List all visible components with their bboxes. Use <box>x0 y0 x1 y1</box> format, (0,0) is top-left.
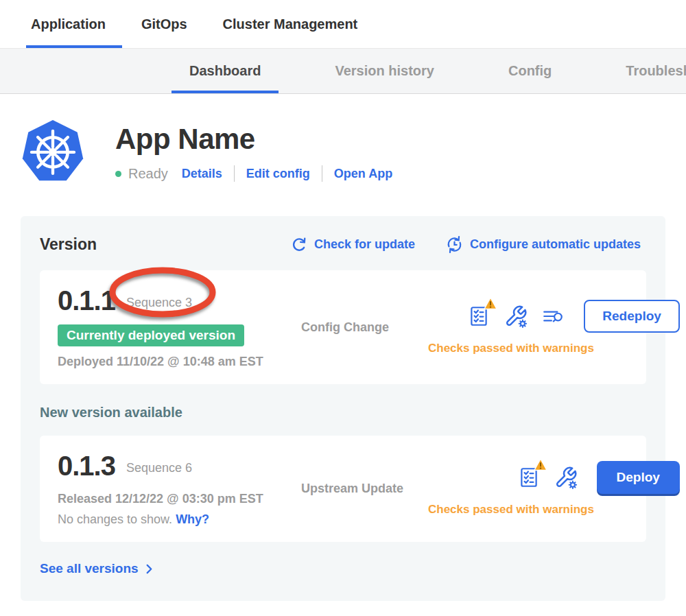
deploy-button[interactable]: Deploy <box>597 461 680 494</box>
refresh-icon <box>290 236 308 254</box>
see-all-versions-link[interactable]: See all versions <box>40 561 154 576</box>
version-card: Version Check for update <box>21 216 665 601</box>
preflight-checks-icon[interactable] <box>467 305 490 328</box>
tab-application-label: Application <box>31 16 106 32</box>
configure-automatic-updates-button[interactable]: Configure automatic updates <box>445 235 641 254</box>
tab-version-history-label: Version history <box>335 63 434 79</box>
open-app-link[interactable]: Open App <box>334 167 392 181</box>
tab-version-history[interactable]: Version history <box>317 49 452 93</box>
preflight-checks-icon[interactable] <box>517 466 541 489</box>
tab-dashboard-label: Dashboard <box>189 63 261 79</box>
app-status-row: Ready Details Edit config Open App <box>115 165 392 182</box>
link-divider <box>234 165 235 182</box>
new-version-sequence: Sequence 6 <box>126 461 192 475</box>
top-nav: Application GitOps Cluster Management <box>0 0 686 48</box>
status-text: Ready <box>128 166 168 182</box>
tab-application[interactable]: Application <box>31 0 106 48</box>
sub-nav: Dashboard Version history Config Trouble… <box>0 48 686 94</box>
currently-deployed-badge: Currently deployed version <box>58 324 244 346</box>
tab-cluster-management-label: Cluster Management <box>223 16 358 32</box>
new-version-source: Upstream Update <box>301 482 428 496</box>
chevron-right-icon <box>144 564 154 574</box>
current-checks-status: Checks passed with warnings <box>428 342 594 355</box>
app-title: App Name <box>115 123 392 156</box>
tab-gitops[interactable]: GitOps <box>141 0 187 48</box>
config-wrench-icon[interactable] <box>554 466 578 489</box>
view-diff-icon[interactable] <box>541 305 565 328</box>
deployed-timestamp: Deployed 11/10/22 @ 10:48 am EST <box>58 355 301 369</box>
current-version-sequence: Sequence 3 <box>126 296 192 310</box>
tab-config[interactable]: Config <box>490 49 569 93</box>
kubernetes-logo-icon <box>21 117 85 185</box>
app-dashboard-page: Application GitOps Cluster Management Da… <box>0 0 686 616</box>
status-dot-icon <box>115 171 121 177</box>
current-version-row: 0.1.1 Sequence 3 Currently deployed vers… <box>40 270 646 384</box>
app-header: App Name Ready Details Edit config Open … <box>21 117 686 185</box>
see-all-versions-label: See all versions <box>40 561 139 576</box>
current-version-number: 0.1.1 <box>58 285 115 316</box>
redeploy-button[interactable]: Redeploy <box>584 300 680 333</box>
tab-config-label: Config <box>508 63 552 79</box>
version-card-title: Version <box>40 235 97 254</box>
warning-triangle-icon <box>484 297 497 310</box>
tab-troubleshoot[interactable]: Troubleshoot <box>608 49 686 93</box>
tab-dashboard[interactable]: Dashboard <box>172 49 279 93</box>
check-for-update-button[interactable]: Check for update <box>290 236 415 254</box>
config-wrench-icon[interactable] <box>504 305 528 328</box>
check-for-update-label: Check for update <box>314 237 415 252</box>
tab-gitops-label: GitOps <box>141 16 187 32</box>
current-version-source: Config Change <box>301 320 428 335</box>
details-link[interactable]: Details <box>182 167 222 181</box>
link-divider <box>322 165 322 182</box>
new-version-number: 0.1.3 <box>58 451 115 482</box>
no-changes-text: No changes to show. <box>58 512 172 526</box>
tab-troubleshoot-label: Troubleshoot <box>626 63 686 79</box>
released-timestamp: Released 12/12/22 @ 03:30 pm EST <box>58 492 301 506</box>
edit-config-link[interactable]: Edit config <box>246 167 310 181</box>
configure-automatic-updates-label: Configure automatic updates <box>470 237 641 252</box>
new-version-heading: New version available <box>40 405 646 420</box>
tab-cluster-management[interactable]: Cluster Management <box>223 0 358 48</box>
why-link[interactable]: Why? <box>176 512 209 526</box>
new-checks-status: Checks passed with warnings <box>428 503 594 517</box>
schedule-update-icon <box>445 235 464 254</box>
new-version-row: 0.1.3 Sequence 6 Released 12/12/22 @ 03:… <box>40 436 646 542</box>
warning-triangle-icon <box>534 458 547 471</box>
